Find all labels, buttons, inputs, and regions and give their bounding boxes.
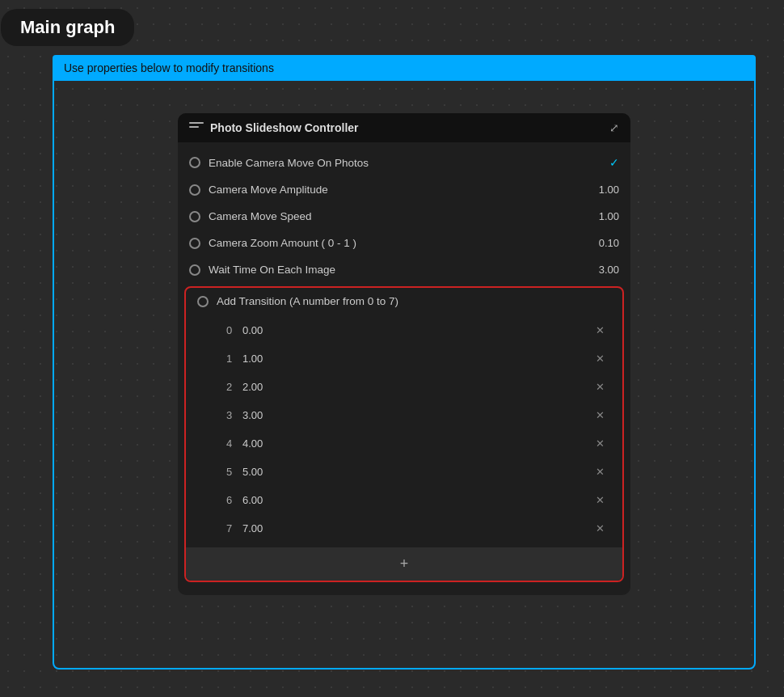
controller-icon: [189, 122, 204, 133]
transition-row: 0 0.00 ✕: [186, 316, 622, 344]
transition-index: 0: [226, 324, 242, 336]
transition-row: 6 6.00 ✕: [186, 486, 622, 514]
transition-index: 1: [226, 353, 242, 365]
transition-value: 6.00: [242, 494, 591, 506]
transition-value: 5.00: [242, 466, 591, 478]
transition-index: 2: [226, 381, 242, 393]
dot-icon-zoom: [189, 238, 200, 249]
transition-index: 7: [226, 522, 242, 534]
prop-label-enable-camera: Enable Camera Move On Photos: [209, 157, 598, 169]
property-row-zoom[interactable]: Camera Zoom Amount ( 0 - 1 ) 0.10: [178, 230, 630, 256]
controller-card: Photo Slideshow Controller ⤢ Enable Came…: [178, 113, 630, 595]
transition-row: 3 3.00 ✕: [186, 401, 622, 429]
dot-icon-enable-camera: [189, 157, 200, 168]
panel-header: Use properties below to modify transitio…: [53, 55, 756, 81]
page-title: Main graph: [1, 9, 134, 46]
prop-label-zoom: Camera Zoom Amount ( 0 - 1 ): [209, 237, 591, 249]
transition-value: 2.00: [242, 381, 591, 393]
transition-index: 5: [226, 466, 242, 478]
remove-transition-button[interactable]: ✕: [591, 464, 609, 479]
transition-value: 3.00: [242, 409, 591, 421]
dot-icon-speed: [189, 211, 200, 222]
dot-icon-wait: [189, 264, 200, 276]
transition-value: 1.00: [242, 353, 591, 365]
prop-value-zoom: 0.10: [599, 237, 619, 249]
prop-value-enable-camera: ✓: [609, 156, 619, 169]
transition-index: 4: [226, 437, 242, 450]
property-row-enable-camera[interactable]: Enable Camera Move On Photos ✓: [178, 149, 630, 176]
remove-transition-button[interactable]: ✕: [591, 521, 609, 536]
property-row-speed[interactable]: Camera Move Speed 1.00: [178, 203, 630, 230]
outer-panel: Use properties below to modify transitio…: [53, 55, 756, 670]
prop-label-amplitude: Camera Move Amplitude: [209, 184, 591, 196]
transition-value: 0.00: [242, 324, 591, 336]
transition-section: Add Transition (A number from 0 to 7) 0 …: [184, 286, 624, 582]
transition-index: 6: [226, 494, 242, 506]
controller-title: Photo Slideshow Controller: [210, 121, 359, 134]
remove-transition-button[interactable]: ✕: [591, 436, 609, 451]
transition-row: 1 1.00 ✕: [186, 344, 622, 373]
remove-transition-button[interactable]: ✕: [591, 351, 609, 366]
property-row-wait[interactable]: Wait Time On Each Image 3.00: [178, 256, 630, 283]
prop-value-speed: 1.00: [599, 210, 619, 222]
dot-icon-amplitude: [189, 184, 200, 196]
remove-transition-button[interactable]: ✕: [591, 492, 609, 508]
dot-icon-transition: [197, 296, 209, 307]
add-transition-button[interactable]: +: [186, 547, 622, 581]
remove-transition-button[interactable]: ✕: [591, 408, 609, 423]
prop-value-wait: 3.00: [599, 264, 619, 276]
transition-row: 5 5.00 ✕: [186, 458, 622, 486]
expand-icon[interactable]: ⤢: [609, 121, 619, 134]
remove-transition-button[interactable]: ✕: [591, 323, 609, 338]
prop-label-speed: Camera Move Speed: [209, 210, 591, 222]
transition-row: 4 4.00 ✕: [186, 429, 622, 458]
transition-label: Add Transition (A number from 0 to 7): [217, 295, 398, 307]
transition-row: 7 7.00 ✕: [186, 514, 622, 543]
transition-row: 2 2.00 ✕: [186, 373, 622, 401]
transition-index: 3: [226, 409, 242, 421]
prop-label-wait: Wait Time On Each Image: [209, 264, 591, 276]
property-row-amplitude[interactable]: Camera Move Amplitude 1.00: [178, 176, 630, 203]
remove-transition-button[interactable]: ✕: [591, 379, 609, 395]
transition-value: 7.00: [242, 522, 591, 534]
prop-value-amplitude: 1.00: [599, 184, 619, 196]
add-icon: +: [400, 555, 409, 572]
transition-value: 4.00: [242, 437, 591, 450]
